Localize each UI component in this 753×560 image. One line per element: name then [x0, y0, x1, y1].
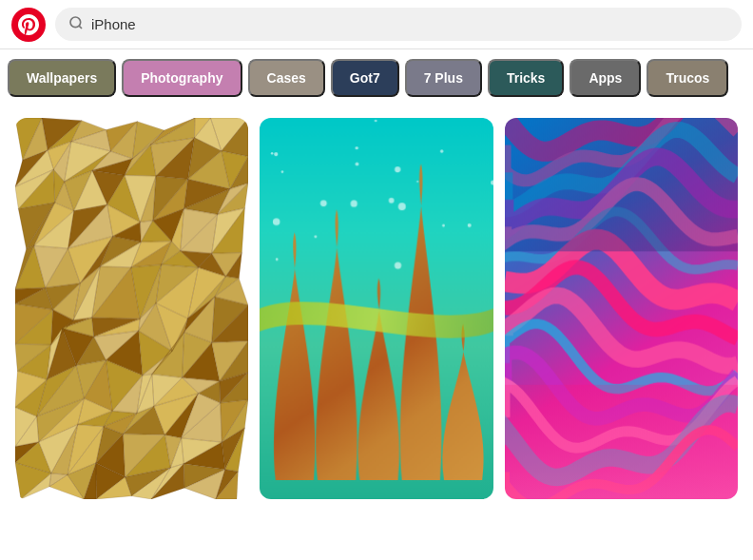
- image-card-fluid-teal[interactable]: [260, 118, 492, 499]
- tag-wallpapers[interactable]: Wallpapers: [8, 59, 116, 97]
- search-bar[interactable]: [55, 8, 742, 41]
- image-card-gold-poly[interactable]: [15, 118, 248, 499]
- header: [0, 0, 753, 49]
- tag-cases[interactable]: Cases: [248, 59, 325, 97]
- pink-fluid-image: [505, 118, 738, 499]
- pinterest-logo[interactable]: [11, 8, 46, 42]
- tag-photography[interactable]: Photography: [122, 59, 241, 97]
- tag-apps[interactable]: Apps: [570, 59, 641, 97]
- tags-row: WallpapersPhotographyCasesGot77 PlusTric…: [0, 49, 753, 106]
- search-input[interactable]: [91, 16, 728, 32]
- tag-got7[interactable]: Got7: [331, 59, 399, 97]
- tag-7plus[interactable]: 7 Plus: [405, 59, 482, 97]
- svg-point-0: [70, 17, 81, 28]
- teal-fluid-image: [260, 118, 492, 499]
- svg-line-1: [79, 26, 82, 29]
- tag-trucos[interactable]: Trucos: [647, 59, 728, 97]
- image-grid: [0, 106, 753, 511]
- gold-polygon-image: [15, 118, 248, 499]
- search-icon: [68, 15, 84, 33]
- image-card-fluid-pink[interactable]: [505, 118, 738, 499]
- tag-tricks[interactable]: Tricks: [488, 59, 564, 97]
